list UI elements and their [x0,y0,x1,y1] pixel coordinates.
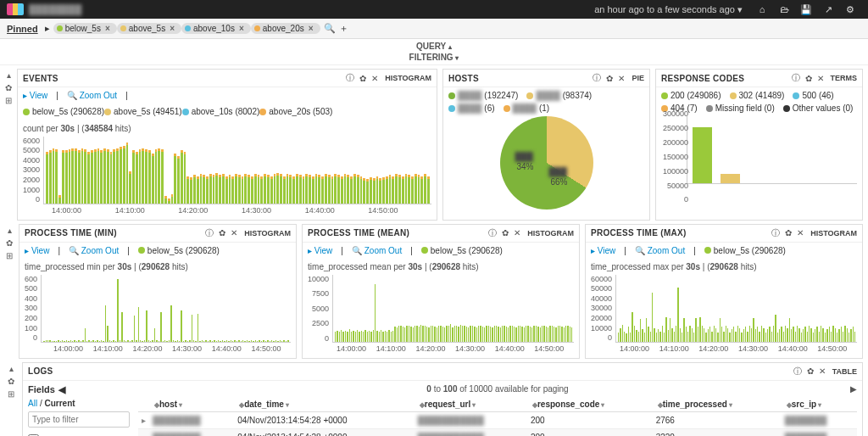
legend-item[interactable]: above_5s (49451) [104,107,182,116]
info-icon[interactable]: ⓘ [593,72,601,84]
search-icon[interactable]: 🔍 [324,23,336,34]
zoom-out-link[interactable]: 🔍 Zoom Out [352,246,402,255]
close-icon[interactable]: ✕ [797,228,804,238]
query-tag[interactable]: above_5s× [117,23,181,34]
info-icon[interactable]: ⓘ [771,227,780,239]
fields-all-link[interactable]: All [28,399,37,408]
legend-item[interactable]: above_20s (503) [259,107,332,116]
info-icon[interactable]: ⓘ [488,227,497,239]
filtering-toggle[interactable]: FILTERING ▾ [0,52,868,63]
home-icon[interactable]: ⌂ [756,3,768,15]
folder-open-icon[interactable]: 🗁 [778,3,790,15]
col-response_code[interactable]: ◆response_code▾ [527,397,653,412]
settings-gear-icon[interactable]: ⚙ [844,3,856,15]
logs-table: ◆host▾◆date_time▾◆request_url▾◆response_… [138,397,857,437]
pt-mean-chart[interactable] [332,275,574,343]
info-icon[interactable]: ⓘ [793,366,802,377]
close-icon[interactable]: ✕ [819,366,826,376]
col-date_time[interactable]: ◆date_time▾ [234,397,415,412]
share-icon[interactable]: ↗ [822,3,834,15]
row-add-icon[interactable]: ⊞ [8,389,14,399]
query-tag[interactable]: below_5s× [53,23,117,34]
row-add-icon[interactable]: ⊞ [5,96,12,105]
top-navbar: ████████ an hour ago to a few seconds ag… [0,0,868,19]
col-time_processed[interactable]: ◆time_processed▾ [653,397,782,412]
close-icon[interactable]: ✕ [817,74,824,83]
gear-icon[interactable]: ✿ [805,74,812,83]
remove-tag-icon[interactable]: × [105,24,110,33]
query-toggle[interactable]: QUERY ▴ [0,41,868,52]
row-collapse-icon[interactable]: ▴ [9,364,14,373]
row-collapse-icon[interactable]: ▴ [7,70,11,80]
panel-title: EVENTS [23,74,58,83]
row-gear-icon[interactable]: ✿ [8,377,14,386]
table-row[interactable]: ▸████████04/Nov/2013:14:54:28 +0000█████… [138,411,857,428]
zoom-out-link[interactable]: 🔍 Zoom Out [67,91,117,100]
legend-item[interactable]: below_5s (290628) [23,107,104,116]
gear-icon[interactable]: ✿ [785,228,792,238]
close-icon[interactable]: ✕ [514,228,520,238]
legend-item[interactable]: Missing field (0) [706,103,775,113]
col-request_url[interactable]: ◆request_url▾ [415,397,527,412]
pt-max-chart[interactable] [615,275,857,343]
legend-item[interactable]: ████ (6) [448,103,495,113]
pt-min-chart[interactable] [41,275,291,343]
gear-icon[interactable]: ✿ [807,366,814,376]
response-codes-chart[interactable] [687,116,857,184]
legend-item[interactable]: 500 (46) [793,91,833,100]
gear-icon[interactable]: ✿ [502,228,509,238]
timepicker[interactable]: an hour ago to a few seconds ago ▾ [594,4,743,15]
panel-title: RESPONSE CODES [661,74,744,83]
chevron-left-icon[interactable]: ◀ [58,384,65,395]
query-tag[interactable]: above_10s× [181,23,251,34]
close-icon[interactable]: ✕ [371,74,378,83]
gear-icon[interactable]: ✿ [606,74,613,83]
view-link[interactable]: ▸ View [23,91,47,100]
pinned-caret-icon[interactable]: ▸ [45,23,50,34]
save-icon[interactable]: 💾 [800,3,812,15]
close-icon[interactable]: ✕ [231,228,237,238]
info-icon[interactable]: ⓘ [346,72,354,84]
legend-item[interactable]: ████ (192247) [448,91,518,100]
zoom-out-link[interactable]: 🔍 Zoom Out [69,246,119,255]
info-icon[interactable]: ⓘ [205,227,214,239]
pager-next-icon[interactable]: ▶ [850,384,857,394]
events-chart[interactable] [43,137,431,204]
query-tag[interactable]: above_20s× [251,23,320,34]
panel-type: HISTOGRAM [244,229,291,238]
legend-item[interactable]: above_10s (8002) [182,107,260,116]
col-host[interactable]: ◆host▾ [149,397,234,412]
pinned-bar: Pinned ▸ below_5s×above_5s×above_10s×abo… [0,19,868,39]
zoom-out-link[interactable]: 🔍 Zoom Out [635,246,685,255]
panel-type: TABLE [832,367,857,376]
col-src_ip[interactable]: ◆src_ip▾ [782,397,857,412]
remove-tag-icon[interactable]: × [309,24,314,33]
info-icon[interactable]: ⓘ [792,72,800,84]
view-link[interactable]: ▸ View [308,246,332,255]
remove-tag-icon[interactable]: × [170,24,175,33]
close-icon[interactable]: ✕ [618,74,625,83]
gear-icon[interactable]: ✿ [219,228,225,238]
fields-heading: Fields ◀ [28,384,130,395]
add-query-icon[interactable]: ＋ [339,22,348,35]
expand-row-icon[interactable]: ▸ [138,411,149,428]
row-add-icon[interactable]: ⊞ [6,251,13,260]
remove-tag-icon[interactable]: × [239,24,244,33]
row-collapse-icon[interactable]: ▴ [8,226,12,235]
legend-item[interactable]: 200 (249086) [661,91,721,100]
fields-filter-input[interactable] [28,411,130,428]
legend-item[interactable]: Other values (0) [783,103,854,113]
query-filter-bar: QUERY ▴ FILTERING ▾ [0,39,868,65]
legend-item[interactable]: 302 (41489) [730,91,785,100]
gear-icon[interactable]: ✿ [359,74,366,83]
row-gear-icon[interactable]: ✿ [6,238,13,248]
table-row[interactable]: ▸████████04/Nov/2013:14:54:28 +0000█████… [138,428,857,436]
view-link[interactable]: ▸ View [25,246,49,255]
panel-hosts: HOSTS ⓘ ✿ ✕ PIE ████ (192247)████ (98374… [442,69,650,221]
view-link[interactable]: ▸ View [591,246,615,255]
hosts-pie[interactable]: ███ 34% ███ 66% [500,116,593,210]
expand-row-icon[interactable]: ▸ [138,428,149,436]
legend-item[interactable]: ████ (1) [504,103,550,113]
legend-item[interactable]: ████ (98374) [526,91,592,100]
row-gear-icon[interactable]: ✿ [5,83,12,92]
